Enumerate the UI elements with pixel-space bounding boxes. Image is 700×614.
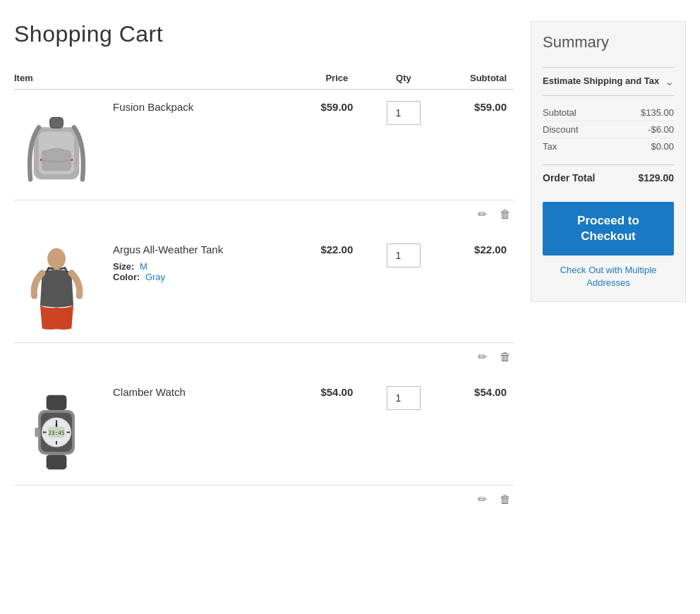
edit-button-2[interactable]: ✏ [475,490,490,509]
order-total-line: Order Total $129.00 [543,164,674,191]
multishipping-link[interactable]: Check Out with Multiple Addresses [543,264,674,289]
attr-color-value: Gray [145,272,165,282]
svg-rect-13 [35,427,40,436]
product-name-0: Fusion Backpack [113,101,301,113]
chevron-down-icon: ⌄ [665,75,674,88]
order-total-label: Order Total [543,172,595,183]
product-image-1 [14,243,99,335]
cart-row-actions-2: ✏ 🗑 [14,486,514,518]
product-subtotal-2: $54.00 [441,375,514,486]
attr-color: Color: Gray [113,272,301,282]
cart-row-1: Argus All-Weather Tank Size: M Color: Gr… [14,232,514,343]
edit-button-1[interactable]: ✏ [475,347,490,366]
tax-label: Tax [543,141,557,152]
estimate-shipping-label: Estimate Shipping and Tax [543,76,659,88]
tank-image [27,247,87,332]
estimate-shipping-row[interactable]: Estimate Shipping and Tax ⌄ [543,67,674,96]
attr-size-value: M [140,261,147,272]
attr-size: Size: M [113,261,301,272]
col-header-price: Price [308,67,373,90]
qty-input-1[interactable] [387,243,421,267]
svg-rect-16 [43,431,47,433]
product-image-cell-0 [14,90,113,200]
tax-line: Tax $0.00 [543,138,674,155]
product-name-2: Clamber Watch [113,386,301,398]
tax-value: $0.00 [651,141,674,152]
cart-row-2: 23:45 Clamber Watch $54.00 $54.00 [14,375,514,486]
subtotal-label: Subtotal [543,107,577,118]
attr-size-label: Size: [113,261,134,272]
multishipping-label: Check Out with Multiple Addresses [560,265,657,288]
svg-rect-8 [47,455,67,469]
cart-main: Shopping Cart Item Price Qty Subtotal [14,21,514,517]
delete-button-0[interactable]: 🗑 [497,205,514,224]
svg-rect-17 [66,431,70,433]
svg-text:23:45: 23:45 [48,430,64,436]
qty-input-2[interactable] [387,386,421,410]
product-image-0 [14,101,99,193]
product-subtotal-0: $59.00 [441,90,514,200]
edit-button-0[interactable]: ✏ [475,205,490,224]
proceed-checkout-button[interactable]: Proceed to Checkout [543,202,674,255]
row-actions-1: ✏ 🗑 [14,343,514,375]
product-name-1: Argus All-Weather Tank [113,243,301,255]
product-price-0: $59.00 [308,90,373,200]
product-image-cell-1 [14,232,113,343]
product-name-cell-2: Clamber Watch [113,375,308,486]
product-qty-cell-0 [373,90,441,200]
col-header-qty: Qty [373,67,441,90]
order-total-value: $129.00 [638,172,674,183]
product-price-1: $22.00 [308,232,373,343]
cart-row-actions-1: ✏ 🗑 [14,343,514,375]
product-name-cell-1: Argus All-Weather Tank Size: M Color: Gr… [113,232,308,343]
svg-rect-15 [56,440,57,444]
product-name-cell-0: Fusion Backpack [113,90,308,200]
col-header-subtotal: Subtotal [441,67,514,90]
row-actions-0: ✏ 🗑 [14,200,514,233]
product-subtotal-1: $22.00 [441,232,514,343]
subtotal-line: Subtotal $135.00 [543,104,674,121]
summary-sidebar: Summary Estimate Shipping and Tax ⌄ Subt… [531,21,686,302]
product-qty-cell-1 [373,232,441,343]
delete-button-2[interactable]: 🗑 [497,490,514,509]
summary-title: Summary [543,33,674,57]
discount-label: Discount [543,124,579,135]
discount-value: -$6.00 [648,124,674,135]
product-image-2: 23:45 [14,386,99,478]
svg-rect-14 [56,420,57,423]
discount-line: Discount -$6.00 [543,121,674,138]
subtotal-value: $135.00 [641,107,674,118]
cart-table: Item Price Qty Subtotal [14,67,514,517]
col-header-item: Item [14,67,308,90]
product-image-cell-2: 23:45 [14,375,113,486]
cart-row-0: Fusion Backpack $59.00 $59.00 [14,90,514,200]
summary-lines: Subtotal $135.00 Discount -$6.00 Tax $0.… [543,104,674,155]
product-qty-cell-2 [373,375,441,486]
page-title: Shopping Cart [14,21,514,47]
product-attrs-1: Size: M Color: Gray [113,261,301,282]
backpack-image [18,104,95,189]
svg-rect-2 [50,117,63,128]
watch-image: 23:45 [25,392,88,473]
cart-row-actions-0: ✏ 🗑 [14,200,514,233]
attr-color-label: Color: [113,272,140,282]
svg-point-5 [47,248,66,270]
row-actions-2: ✏ 🗑 [14,486,514,518]
svg-rect-7 [47,395,67,409]
product-price-2: $54.00 [308,375,373,486]
delete-button-1[interactable]: 🗑 [497,348,514,366]
qty-input-0[interactable] [387,101,421,125]
